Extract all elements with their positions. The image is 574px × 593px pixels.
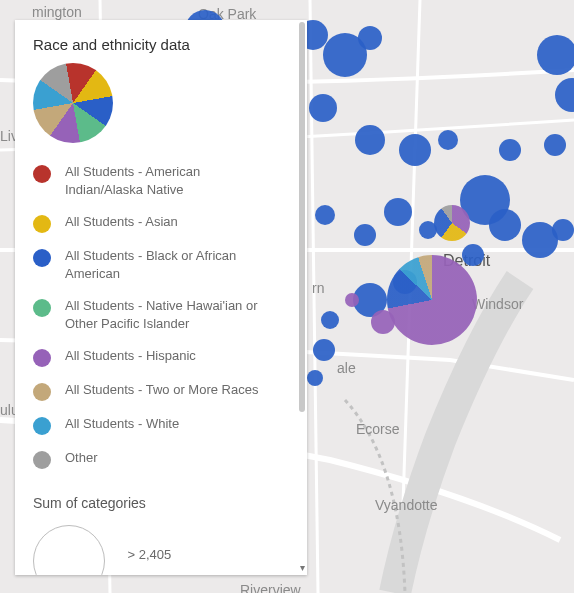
legend-size-circle: [33, 525, 105, 575]
map-data-point[interactable]: [499, 139, 521, 161]
legend-swatch: [33, 215, 51, 233]
legend-size-title: Sum of categories: [33, 495, 281, 511]
map-data-point[interactable]: [489, 209, 521, 241]
legend-item-label: All Students - Hispanic: [65, 347, 196, 365]
legend-item-label: All Students - White: [65, 415, 179, 433]
map-data-point[interactable]: [552, 219, 574, 241]
legend-item-label: All Students - Asian: [65, 213, 178, 231]
map-data-point[interactable]: [384, 198, 412, 226]
legend-swatch: [33, 349, 51, 367]
legend-swatch: [33, 451, 51, 469]
legend-swatch: [33, 299, 51, 317]
map-data-point[interactable]: [345, 293, 359, 307]
legend-item: Other: [33, 449, 281, 469]
legend-items: All Students - American Indian/Alaska Na…: [33, 163, 281, 469]
legend-item-label: All Students - Native Hawai'ian or Other…: [65, 297, 281, 333]
legend-swatch: [33, 383, 51, 401]
legend-item: All Students - White: [33, 415, 281, 435]
map-data-point[interactable]: [537, 35, 574, 75]
legend-item-label: All Students - Black or African American: [65, 247, 281, 283]
legend-swatch: [33, 417, 51, 435]
map-data-pie[interactable]: [387, 255, 477, 345]
map-data-point[interactable]: [399, 134, 431, 166]
legend-item-label: Other: [65, 449, 98, 467]
legend-pie-icon: [33, 63, 113, 143]
legend-size-label: > 2,405: [127, 547, 171, 562]
legend-scrollbar-thumb[interactable]: [299, 22, 305, 412]
map-data-point[interactable]: [438, 130, 458, 150]
map-data-point[interactable]: [544, 134, 566, 156]
chevron-down-icon[interactable]: ▾: [299, 563, 305, 573]
legend-item: All Students - Hispanic: [33, 347, 281, 367]
map-data-point[interactable]: [462, 244, 484, 266]
legend-item: All Students - American Indian/Alaska Na…: [33, 163, 281, 199]
legend-panel: Race and ethnicity data All Students - A…: [15, 20, 307, 575]
map-data-pie[interactable]: [434, 205, 470, 241]
legend-item: All Students - Asian: [33, 213, 281, 233]
map-data-point[interactable]: [355, 125, 385, 155]
map-data-point[interactable]: [321, 311, 339, 329]
legend-swatch: [33, 249, 51, 267]
legend-title: Race and ethnicity data: [33, 36, 281, 53]
legend-scroll-area[interactable]: Race and ethnicity data All Students - A…: [15, 20, 299, 575]
legend-item-label: All Students - American Indian/Alaska Na…: [65, 163, 281, 199]
legend-item-label: All Students - Two or More Races: [65, 381, 258, 399]
legend-scrollbar[interactable]: ▾: [299, 22, 305, 573]
legend-item: All Students - Native Hawai'ian or Other…: [33, 297, 281, 333]
map-data-point[interactable]: [307, 370, 323, 386]
map-data-point[interactable]: [309, 94, 337, 122]
legend-item: All Students - Two or More Races: [33, 381, 281, 401]
map-data-point[interactable]: [354, 224, 376, 246]
map-data-point[interactable]: [358, 26, 382, 50]
map-data-point[interactable]: [313, 339, 335, 361]
legend-swatch: [33, 165, 51, 183]
legend-item: All Students - Black or African American: [33, 247, 281, 283]
map-data-point[interactable]: [315, 205, 335, 225]
